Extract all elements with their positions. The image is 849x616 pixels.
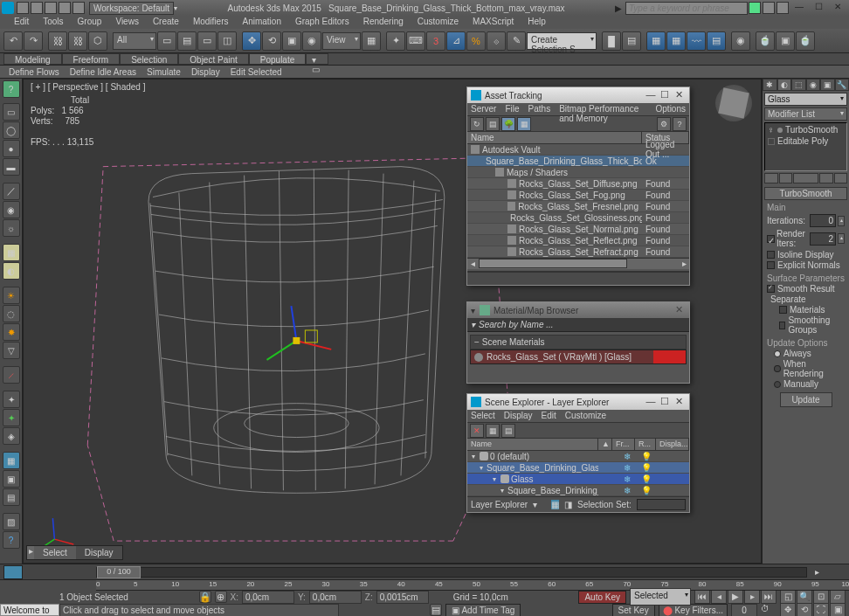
lb-particle-icon[interactable]: ✦ (3, 391, 20, 408)
scene-close-button[interactable]: ✕ (672, 396, 686, 408)
lb-light-icon[interactable]: ☼ (3, 219, 20, 237)
stack-turbosmooth[interactable]: TurboSmooth (785, 125, 838, 135)
scene-menu-select[interactable]: Select (471, 410, 495, 422)
bind-button[interactable]: ⬡ (88, 31, 107, 51)
scene-col-display[interactable]: Displa... (656, 439, 689, 450)
script-listener-button[interactable]: ▤ (430, 604, 442, 616)
modifier-stack[interactable]: ♀TurboSmooth Editable Poly (764, 122, 847, 171)
keymode-button[interactable]: ⌨ (406, 31, 425, 51)
lb-unwrap-icon[interactable]: ▨ (3, 513, 20, 530)
scene-filter-button[interactable]: ◨ (564, 500, 572, 509)
nav-fov-button[interactable]: ▱ (830, 590, 846, 604)
render-frame-button[interactable]: ▣ (776, 31, 795, 51)
scene-addto-button[interactable]: ▤ (501, 424, 515, 438)
lb-system-icon[interactable]: ▦ (3, 452, 20, 469)
nav-zoomall-button[interactable]: ⊡ (813, 590, 829, 604)
ribbon-freeform[interactable]: Freeform (62, 53, 121, 65)
cmd-motion-tab[interactable]: ◉ (806, 79, 821, 91)
prev-frame-button[interactable]: ◂ (711, 590, 727, 604)
lb-cyl-icon[interactable]: ◯ (3, 121, 20, 139)
nav-zoomext-button[interactable]: ▣ (830, 603, 846, 616)
edit-selset-button[interactable]: ✎ (507, 31, 526, 51)
viewport-label[interactable]: [ + ] [ Perspective ] [ Shaded ] (31, 82, 145, 92)
lb-area-icon[interactable]: ◌ (3, 305, 20, 322)
scene-row[interactable]: ▾Square_Base_Drinking_Glass_Thick_Bottom… (467, 485, 689, 496)
timeline-thumb-icon[interactable] (3, 565, 23, 579)
lb-editpoly-icon[interactable]: ▣ (3, 470, 20, 488)
play-button[interactable]: ▶ (728, 590, 743, 604)
viewcube[interactable] (715, 85, 752, 121)
scene-selset-combo[interactable] (637, 499, 686, 510)
ref-coord-system[interactable]: View (322, 32, 361, 50)
lock-sel-button[interactable]: 🔒 (199, 591, 211, 603)
scene-min-button[interactable]: — (644, 396, 658, 408)
timeline-track[interactable]: 0 / 100 (96, 567, 807, 578)
mat-section-scene[interactable]: −Scene Materials (470, 335, 687, 350)
named-selset[interactable]: Create Selection S (527, 32, 597, 50)
asset-row[interactable]: Rocks_Glass_Set_Fresnel.pngFound (467, 201, 689, 212)
coord-x[interactable]: 0,0cm (242, 591, 294, 604)
close-button[interactable]: ✕ (830, 2, 846, 14)
coord-z[interactable]: 0,0015cm (376, 591, 429, 604)
lb-plane-icon[interactable]: ▬ (3, 158, 20, 176)
lb-box-icon[interactable]: ▭ (3, 103, 20, 121)
smoothresult-check[interactable] (767, 285, 775, 293)
ribbon-toggle-button[interactable]: ▦ (666, 31, 686, 51)
asset-refresh-button[interactable]: ↻ (470, 117, 484, 131)
rotate-button[interactable]: ⟲ (262, 31, 281, 51)
rollout-turbosmooth[interactable]: TurboSmooth (764, 187, 847, 200)
lb-camera-icon[interactable]: ◉ (3, 201, 20, 218)
abs-rel-button[interactable]: ⊕ (215, 591, 227, 603)
scene-col-frozen[interactable]: Fr... (612, 439, 635, 450)
menu-grapheditors[interactable]: Graph Editors (288, 16, 356, 29)
manip-button[interactable]: ✦ (386, 31, 405, 51)
help-search-input[interactable] (625, 2, 748, 15)
goto-start-button[interactable]: ⏮ (694, 590, 710, 604)
vpmode-select[interactable]: Select (34, 546, 76, 559)
asset-row[interactable]: Maps / Shaders (467, 167, 689, 178)
asset-col-name[interactable]: Name (467, 132, 642, 143)
mirror-button[interactable]: ▐▌ (602, 31, 621, 51)
asset-tree-button[interactable]: 🌳 (501, 117, 515, 131)
lb-helper-icon[interactable]: ✦ (3, 409, 20, 426)
sub-idleareas[interactable]: Define Idle Areas (65, 66, 142, 78)
cmd-modify-tab[interactable]: ◐ (777, 79, 792, 91)
next-frame-button[interactable]: ▸ (744, 590, 760, 604)
asset-highlight-button[interactable]: ▤ (486, 117, 500, 131)
asset-row[interactable]: Rocks_Glass_Set_Normal.pngFound (467, 224, 689, 235)
scene-row[interactable]: ▾Square_Base_Drinking_Glass_Thick_Bottom… (467, 462, 689, 474)
asset-row[interactable]: Rocks_Glass_Set_Reflect.pngFound (467, 235, 689, 246)
mat-search-flyout[interactable]: ▾ (471, 320, 475, 329)
curve-editor-button[interactable]: 〰 (687, 31, 706, 51)
placement-button[interactable]: ◉ (302, 31, 321, 51)
mat-close-button[interactable]: ✕ (672, 304, 686, 316)
select-button[interactable]: ▭ (157, 31, 176, 51)
cmd-utilities-tab[interactable]: 🔧 (835, 79, 850, 91)
autokey-button[interactable]: Auto Key (578, 591, 626, 604)
asset-help-button[interactable]: ? (673, 117, 687, 131)
nav-maxview-button[interactable]: ⛶ (813, 603, 829, 616)
explicit-check[interactable] (767, 261, 775, 269)
mat-collapse-icon[interactable]: ▾ (471, 306, 480, 315)
stack-editablepoly[interactable]: Editable Poly (777, 136, 828, 146)
lb-help-icon[interactable]: ? (3, 80, 20, 98)
menu-create[interactable]: Create (146, 16, 186, 29)
goto-end-button[interactable]: ⏭ (761, 590, 777, 604)
help-icon[interactable] (777, 2, 789, 14)
menu-rendering[interactable]: Rendering (356, 16, 411, 29)
object-name-field[interactable]: Glass (764, 93, 847, 106)
unlink-button[interactable]: ⛓ (68, 31, 87, 51)
lb-sun-icon[interactable]: ☀ (3, 287, 20, 304)
nav-zoom-button[interactable]: 🔍 (797, 590, 812, 604)
update-always-radio[interactable] (774, 350, 781, 357)
asset-menu-paths[interactable]: Paths (528, 103, 551, 115)
scene-col-render[interactable]: R... (635, 439, 656, 450)
timeline-dock[interactable]: ▸ (811, 567, 823, 577)
lb-bake-icon[interactable]: ▦ (3, 244, 20, 261)
mat-item[interactable]: Rocks_Glass_Set ( VRayMtl ) [Glass] (470, 350, 687, 364)
maximize-button[interactable]: ☐ (811, 2, 826, 14)
nav-isolate-button[interactable]: ◱ (780, 590, 796, 604)
asset-menu-bitmap[interactable]: Bitmap Performance and Memory (559, 103, 646, 115)
lb-spot-icon[interactable]: ▽ (3, 342, 20, 359)
align-button[interactable]: ▤ (622, 31, 641, 51)
